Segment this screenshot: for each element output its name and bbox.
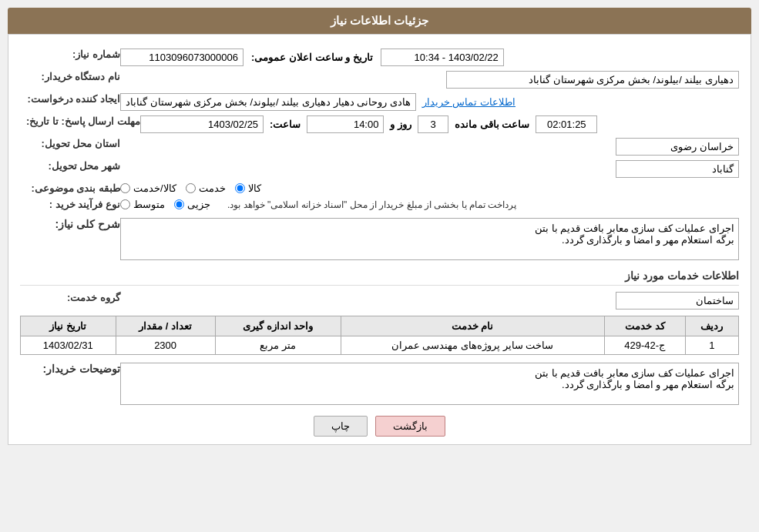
requester: هادی روحانی دهیار دهیاری بیلند /بیلوند/ …	[126, 96, 411, 108]
buyer-desc-box: اجرای عملیات کف سازی معابر بافت قدیم با …	[120, 363, 739, 405]
deadline-remaining-box: 02:01:25	[536, 115, 597, 133]
description-section-title: شرح کلی نیاز:	[20, 218, 120, 230]
deadline-date: 1403/02/25	[208, 119, 258, 130]
table-header-row: ردیف کد خدمت نام خدمت واحد اندازه گیری ت…	[21, 316, 739, 336]
radio-jozii-label: جزیی	[187, 199, 210, 210]
cell-row-num: 1	[685, 336, 738, 355]
buyer-agency: دهیاری بیلند /بیلوند/ بخش مرکزی شهرستان …	[529, 74, 734, 85]
province-row: استان محل تحویل: خراسان رضوی	[20, 138, 739, 156]
requester-row: ایجاد کننده درخواست: هادی روحانی دهیار د…	[20, 93, 739, 111]
need-number: 1103096073000006	[149, 52, 238, 63]
table-row: 1 ج-42-429 ساخت سایر پروژه‌های مهندسی عم…	[21, 336, 739, 355]
purchase-options: متوسط جزیی	[120, 199, 220, 210]
requester-box: هادی روحانی دهیار دهیاری بیلند /بیلوند/ …	[120, 93, 416, 111]
deadline-time-label2: ساعت باقی مانده	[455, 119, 529, 130]
deadline-days-box: 3	[418, 115, 448, 133]
city-label: شهر محل تحویل:	[20, 160, 120, 172]
radio-kala-input[interactable]	[235, 183, 245, 193]
page-header: جزئیات اطلاعات نیاز	[8, 8, 751, 34]
province: خراسان رضوی	[670, 141, 734, 152]
service-group-row: گروه خدمت: ساختمان	[20, 292, 739, 309]
col-service-name: نام خدمت	[341, 316, 604, 336]
buyer-agency-row: نام دستگاه خریدار: دهیاری بیلند /بیلوند/…	[20, 71, 739, 89]
need-number-value-cell: 1103096073000006 تاریخ و ساعت اعلان عموم…	[120, 49, 739, 66]
deadline-time-box: 14:00	[307, 115, 384, 133]
radio-khedmat: خدمت	[186, 182, 226, 194]
radio-kala-label: کالا	[248, 182, 261, 194]
purchase-motavaset: متوسط	[120, 199, 165, 210]
deadline-value-cell: 1403/02/25 ساعت: 14:00 روز و 3 ساعت باقی…	[140, 115, 739, 133]
purchase-note: پرداخت تمام یا بخشی از مبلغ خریدار از مح…	[227, 199, 516, 210]
cell-quantity: 2300	[116, 336, 215, 355]
back-button[interactable]: بازگشت	[375, 416, 445, 437]
buyer-desc-text: اجرای عملیات کف سازی معابر بافت قدیم با …	[535, 367, 734, 390]
deadline-label: مهلت ارسال پاسخ: تا تاریخ:	[20, 115, 140, 127]
services-table: ردیف کد خدمت نام خدمت واحد اندازه گیری ت…	[20, 316, 739, 355]
deadline-date-box: 1403/02/25	[140, 115, 264, 133]
description-text: اجرای عملیات کف سازی معابر بافت قدیم با …	[535, 223, 734, 246]
deadline-days-label: روز و	[390, 119, 411, 130]
city: گناباد	[712, 163, 734, 175]
radio-kala-khedmat-label: کالا/خدمت	[133, 182, 176, 194]
cell-service-name: ساخت سایر پروژه‌های مهندسی عمران	[341, 336, 604, 355]
radio-kala-khedmat-input[interactable]	[120, 183, 130, 193]
purchase-type-label: نوع فرآیند خرید :	[20, 199, 120, 210]
description-section: شرح کلی نیاز: اجرای عملیات کف سازی معابر…	[20, 218, 739, 260]
service-group-box: ساختمان	[616, 292, 739, 309]
cell-unit: متر مربع	[215, 336, 341, 355]
buyer-desc-row: توضیحات خریدار: اجرای عملیات کف سازی معا…	[20, 363, 739, 405]
requester-value-cell: هادی روحانی دهیار دهیاری بیلند /بیلوند/ …	[120, 93, 739, 111]
city-row: شهر محل تحویل: گناباد	[20, 160, 739, 178]
radio-khedmat-input[interactable]	[186, 183, 196, 193]
city-box: گناباد	[616, 160, 739, 178]
purchase-jozii: جزیی	[174, 199, 210, 210]
announce-datetime: 1403/02/22 - 10:34	[415, 52, 499, 63]
service-group-label: گروه خدمت:	[20, 292, 120, 303]
col-quantity: تعداد / مقدار	[116, 316, 215, 336]
buyer-agency-value-cell: دهیاری بیلند /بیلوند/ بخش مرکزی شهرستان …	[120, 71, 739, 89]
announce-datetime-label: تاریخ و ساعت اعلان عمومی:	[251, 52, 373, 63]
deadline-days: 3	[430, 119, 435, 130]
col-date: تاریخ نیاز	[21, 316, 116, 336]
cell-date: 1403/02/31	[21, 336, 116, 355]
city-value-cell: گناباد	[120, 160, 739, 178]
radio-kala: کالا	[235, 182, 261, 194]
contact-link[interactable]: اطلاعات تماس خریدار	[422, 96, 516, 108]
announce-datetime-box: 1403/02/22 - 10:34	[381, 49, 504, 66]
category-label: طبقه بندی موضوعی:	[20, 182, 120, 194]
col-row-num: ردیف	[685, 316, 738, 336]
buyer-agency-label: نام دستگاه خریدار:	[20, 71, 120, 82]
cell-service-code: ج-42-429	[604, 336, 685, 355]
radio-motavaset-input[interactable]	[120, 199, 130, 209]
need-number-box: 1103096073000006	[120, 49, 243, 66]
province-label: استان محل تحویل:	[20, 138, 120, 149]
print-button[interactable]: چاپ	[314, 416, 368, 437]
radio-kala-khedmat: کالا/خدمت	[120, 182, 176, 194]
page-wrapper: جزئیات اطلاعات نیاز شماره نیاز: 11030960…	[0, 0, 759, 532]
col-service-code: کد خدمت	[604, 316, 685, 336]
buyer-desc-value-cell: اجرای عملیات کف سازی معابر بافت قدیم با …	[120, 363, 739, 405]
deadline-row: مهلت ارسال پاسخ: تا تاریخ: 1403/02/25 سا…	[20, 115, 739, 133]
deadline-time: 14:00	[354, 119, 379, 130]
deadline-remaining: 02:01:25	[547, 119, 586, 130]
buyer-desc-label: توضیحات خریدار:	[20, 363, 120, 375]
province-box: خراسان رضوی	[616, 138, 739, 156]
need-number-label: شماره نیاز:	[20, 49, 120, 60]
service-group-value-cell: ساختمان	[120, 292, 739, 309]
button-row: چاپ بازگشت	[20, 416, 739, 437]
category-row: طبقه بندی موضوعی: کالا/خدمت خدمت کالا	[20, 182, 739, 194]
description-box: اجرای عملیات کف سازی معابر بافت قدیم با …	[120, 218, 739, 260]
radio-jozii-input[interactable]	[174, 199, 184, 209]
content-area: شماره نیاز: 1103096073000006 تاریخ و ساع…	[8, 34, 751, 445]
radio-khedmat-label: خدمت	[199, 182, 226, 194]
description-content: اجرای عملیات کف سازی معابر بافت قدیم با …	[120, 218, 739, 260]
service-group: ساختمان	[696, 295, 734, 306]
header-title: جزئیات اطلاعات نیاز	[331, 14, 428, 27]
need-number-row: شماره نیاز: 1103096073000006 تاریخ و ساع…	[20, 49, 739, 66]
services-section-title: اطلاعات خدمات مورد نیاز	[20, 269, 739, 286]
description-row: شرح کلی نیاز: اجرای عملیات کف سازی معابر…	[20, 218, 739, 260]
purchase-type-row: نوع فرآیند خرید : متوسط جزیی پرداخت تمام…	[20, 199, 739, 210]
buyer-agency-box: دهیاری بیلند /بیلوند/ بخش مرکزی شهرستان …	[446, 71, 739, 89]
deadline-time-label: ساعت:	[270, 119, 301, 130]
purchase-type-value-cell: متوسط جزیی پرداخت تمام یا بخشی از مبلغ خ…	[120, 199, 739, 210]
